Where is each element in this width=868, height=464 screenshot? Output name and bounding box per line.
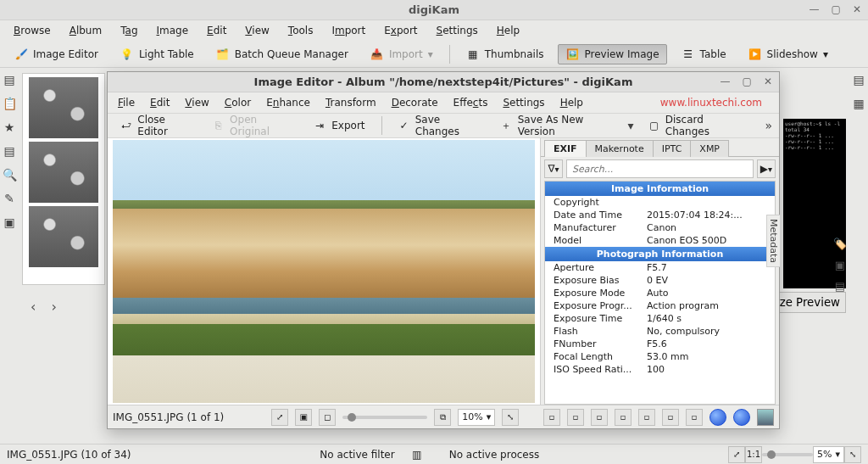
ed-menu-edit[interactable]: Edit xyxy=(150,97,170,109)
prev-icon[interactable]: ‹ xyxy=(31,299,36,315)
thumbnails-button[interactable]: ▦ Thumbnails xyxy=(459,44,552,64)
expand-icon[interactable]: ⤡ xyxy=(844,446,861,463)
tab-exif[interactable]: EXIF xyxy=(544,140,587,157)
table-button[interactable]: ☰ Table xyxy=(674,44,734,64)
metadata-row[interactable]: FlashNo, compulsory xyxy=(545,325,775,338)
thumbnail[interactable] xyxy=(29,142,98,203)
minimize-icon[interactable]: — xyxy=(810,3,820,15)
close-icon[interactable]: ✕ xyxy=(853,3,861,15)
thumbnail[interactable] xyxy=(29,206,98,267)
ed-menu-settings[interactable]: Settings xyxy=(503,97,544,109)
color-icon[interactable]: ▣ xyxy=(835,259,845,271)
monitor-icon[interactable]: ▣ xyxy=(3,215,14,229)
metadata-row[interactable]: ManufacturerCanon xyxy=(545,221,775,234)
menu-tag[interactable]: Tag xyxy=(120,25,137,36)
menu-tools[interactable]: Tools xyxy=(288,25,314,36)
ed-menu-effects[interactable]: Effects xyxy=(453,97,488,109)
metadata-row[interactable]: FNumberF5.6 xyxy=(545,338,775,350)
menu-edit[interactable]: Edit xyxy=(207,25,226,36)
metadata-row[interactable]: Exposure Progr...Action program xyxy=(545,299,775,312)
editor-canvas[interactable] xyxy=(108,138,540,405)
metadata-row[interactable]: Date and Time2015:07:04 18:24:... xyxy=(545,209,775,221)
size-preview-button[interactable]: ze Preview xyxy=(774,292,846,313)
save-changes-button[interactable]: ✓ Save Changes xyxy=(392,110,486,141)
image-editor-button[interactable]: 🖌️ Image Editor xyxy=(7,44,106,64)
footer-btn[interactable]: ▫ xyxy=(686,409,703,426)
ed-menu-view[interactable]: View xyxy=(185,97,209,109)
panel-icon-1[interactable]: ▤ xyxy=(3,73,14,87)
thumbnail[interactable] xyxy=(29,77,98,138)
light-table-button[interactable]: 💡 Light Table xyxy=(113,44,202,64)
footer-btn[interactable]: ▫ xyxy=(638,409,655,426)
menu-export[interactable]: Export xyxy=(384,25,417,36)
info-icon[interactable] xyxy=(709,409,726,426)
panel-icon-r1[interactable]: ▤ xyxy=(853,73,864,87)
filter-icon[interactable]: ∇▾ xyxy=(544,159,563,178)
wand-icon[interactable]: ✎ xyxy=(4,192,14,205)
footer-btn[interactable]: ▫ xyxy=(662,409,679,426)
metadata-row[interactable]: Exposure Bias0 EV xyxy=(545,274,775,287)
star-icon[interactable]: ★ xyxy=(4,120,15,134)
one-to-one-icon[interactable]: 1:1 xyxy=(745,446,762,463)
next-icon[interactable]: › xyxy=(51,299,56,315)
menu-import[interactable]: Import xyxy=(331,25,365,36)
footer-btn[interactable]: ▫ xyxy=(567,409,584,426)
preview-image-button[interactable]: 🖼️ Preview Image xyxy=(558,44,666,64)
search-icon[interactable]: 🔍 xyxy=(3,168,17,182)
ed-menu-color[interactable]: Color xyxy=(225,97,251,109)
crop-icon[interactable]: ⧉ xyxy=(434,409,451,426)
save-as-new-button[interactable]: ＋ Save As New Version xyxy=(494,110,619,141)
metadata-vertical-label[interactable]: Metadata xyxy=(766,215,781,267)
tag-icon[interactable]: 🏷️ xyxy=(833,238,847,250)
close-editor-button[interactable]: ⮐ Close Editor xyxy=(114,110,198,141)
navigator-thumb[interactable] xyxy=(757,409,774,426)
editor-maximize-icon[interactable]: ▢ xyxy=(743,75,752,87)
footer-btn[interactable]: ▫ xyxy=(543,409,560,426)
chevron-down-icon[interactable]: ▾ xyxy=(627,119,633,132)
editor-minimize-icon[interactable]: — xyxy=(721,75,731,87)
select-icon[interactable]: ◻ xyxy=(319,409,336,426)
menu-browse[interactable]: Browse xyxy=(14,25,51,36)
ed-menu-decorate[interactable]: Decorate xyxy=(392,97,438,109)
ed-menu-help[interactable]: Help xyxy=(560,97,583,109)
metadata-row[interactable]: Exposure Time1/640 s xyxy=(545,312,775,325)
metadata-row[interactable]: ModelCanon EOS 500D xyxy=(545,234,775,247)
search-input[interactable] xyxy=(566,159,754,178)
play-icon[interactable]: ▶▾ xyxy=(757,159,776,178)
zoom-combo[interactable]: 10%▾ xyxy=(458,409,495,426)
zoom-slider[interactable] xyxy=(762,453,813,456)
metadata-row[interactable]: Focal Length53.0 mm xyxy=(545,350,775,363)
metadata-row[interactable]: ISO Speed Rati...100 xyxy=(545,363,775,376)
menu-album[interactable]: Album xyxy=(70,25,102,36)
slideshow-button[interactable]: ▶️ Slideshow ▾ xyxy=(741,44,836,64)
tab-xmp[interactable]: XMP xyxy=(690,140,729,157)
panel-icon-r2[interactable]: ▦ xyxy=(853,97,864,110)
clipboard-icon[interactable]: 📋 xyxy=(3,97,17,110)
maximize-icon[interactable]: ▢ xyxy=(832,3,841,15)
ed-menu-transform[interactable]: Transform xyxy=(326,97,376,109)
menu-help[interactable]: Help xyxy=(497,25,520,36)
footer-btn[interactable]: ▫ xyxy=(615,409,632,426)
tab-iptc[interactable]: IPTC xyxy=(653,140,692,157)
metadata-list[interactable]: Image Information CopyrightDate and Time… xyxy=(544,181,776,405)
menu-view[interactable]: View xyxy=(245,25,269,36)
zoom-combo[interactable]: 5%▾ xyxy=(813,446,844,463)
fit-icon[interactable]: ⤢ xyxy=(728,446,745,463)
fit-icon[interactable]: ⤢ xyxy=(271,409,288,426)
filter-icon[interactable]: ▥ xyxy=(410,448,424,461)
export-button[interactable]: ⇥ Export xyxy=(307,115,370,136)
footer-btn[interactable]: ▫ xyxy=(591,409,608,426)
tab-makernote[interactable]: Makernote xyxy=(586,140,654,157)
ed-menu-file[interactable]: File xyxy=(118,97,135,109)
open-original-button[interactable]: ⎘ Open Original xyxy=(207,110,298,141)
gps-icon[interactable]: ▤ xyxy=(835,280,845,293)
ed-menu-enhance[interactable]: Enhance xyxy=(266,97,310,109)
metadata-row[interactable]: Copyright xyxy=(545,196,775,209)
batch-queue-button[interactable]: 🗂️ Batch Queue Manager xyxy=(209,44,356,64)
menu-settings[interactable]: Settings xyxy=(437,25,478,36)
editor-close-icon[interactable]: ✕ xyxy=(764,75,772,87)
more-icon[interactable]: » xyxy=(765,119,772,132)
calendar-icon[interactable]: ▤ xyxy=(3,144,14,158)
info-icon[interactable] xyxy=(733,409,750,426)
metadata-row[interactable]: ApertureF5.7 xyxy=(545,261,775,274)
